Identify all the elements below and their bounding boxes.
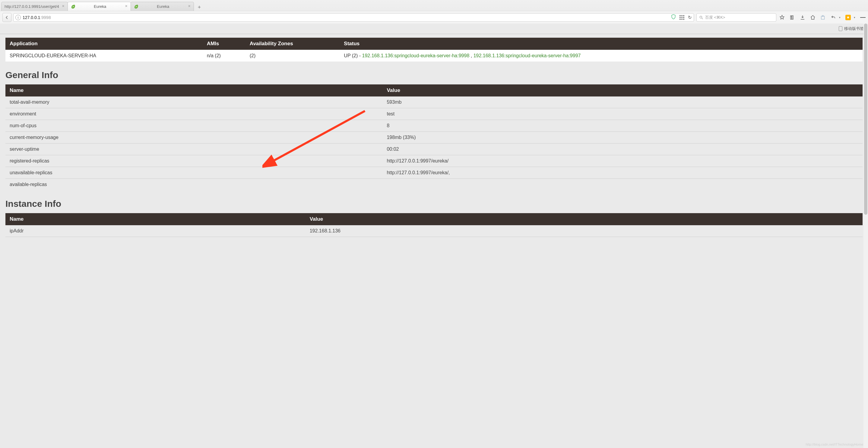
download-icon[interactable] <box>800 15 805 20</box>
spring-leaf-icon <box>71 4 76 9</box>
table-row: current-memory-usage198mb (33%) <box>5 132 863 143</box>
col-application: Application <box>5 38 203 50</box>
qr-icon[interactable] <box>680 15 684 20</box>
browser-tab-0[interactable]: http://127.0.0.1:9991/user/get/4 × <box>1 2 68 11</box>
cell-name: unavailable-replicas <box>5 167 382 179</box>
table-row: environmenttest <box>5 108 863 120</box>
tab-strip: http://127.0.0.1:9991/user/get/4 × Eurek… <box>0 0 868 11</box>
close-icon[interactable]: × <box>124 4 129 9</box>
toolbar-icons: ▾ ▾ <box>779 15 866 20</box>
status-sep: , <box>469 53 473 58</box>
col-name: Name <box>5 213 306 225</box>
col-amis: AMIs <box>203 38 246 50</box>
cell-zones: (2) <box>246 50 340 62</box>
cell-value: 8 <box>382 120 863 132</box>
url-host: 127.0.0.1 <box>23 15 40 20</box>
browser-tab-1[interactable]: Eureka × <box>67 2 131 11</box>
shield-icon[interactable] <box>671 14 676 21</box>
chevron-down-icon[interactable]: ▾ <box>839 16 841 19</box>
search-box[interactable]: 百度 <⌘K> <box>696 13 776 22</box>
site-info-icon[interactable]: i <box>16 15 21 20</box>
home-icon[interactable] <box>810 15 815 20</box>
cell-value: http://127.0.0.1:9997/eureka/ <box>382 155 863 167</box>
cell-name: current-memory-usage <box>5 132 382 143</box>
cell-value: 00:02 <box>382 143 863 155</box>
page-content: Application AMIs Availability Zones Stat… <box>0 34 868 246</box>
table-row: num-of-cpus8 <box>5 120 863 132</box>
hamburger-menu-icon[interactable] <box>860 15 866 20</box>
general-info-table: Name Value total-avail-memory593mbenviro… <box>5 85 863 190</box>
mobile-bookmarks-link[interactable]: 移动版书签 <box>844 26 864 31</box>
close-icon[interactable]: × <box>187 4 192 9</box>
instance-link-1[interactable]: 192.168.1.136:springcloud-eureka-server-… <box>473 53 581 58</box>
reload-icon[interactable]: ↻ <box>688 15 692 20</box>
mobile-icon <box>839 26 842 31</box>
cell-name: total-avail-memory <box>5 96 382 108</box>
cell-name: available-replicas <box>5 179 382 191</box>
svg-rect-3 <box>792 16 793 19</box>
table-row: available-replicas <box>5 179 863 191</box>
tab-title: http://127.0.0.1:9991/user/get/4 <box>4 4 59 9</box>
library-icon[interactable] <box>789 15 795 20</box>
applications-table: Application AMIs Availability Zones Stat… <box>5 38 863 62</box>
back-button[interactable] <box>2 13 11 22</box>
arrow-left-icon <box>5 15 9 20</box>
instance-info-table: Name Value ipAddr192.168.1.136 <box>5 213 863 237</box>
new-tab-button[interactable]: + <box>195 4 204 11</box>
cell-amis: n/a (2) <box>203 50 246 62</box>
col-value: Value <box>382 85 863 96</box>
undo-icon[interactable] <box>831 15 836 20</box>
search-icon <box>699 15 703 20</box>
col-status: Status <box>340 38 863 50</box>
cell-name: environment <box>5 108 382 120</box>
col-zones: Availability Zones <box>246 38 340 50</box>
instance-link-0[interactable]: 192.168.1.136:springcloud-eureka-server-… <box>362 53 470 58</box>
cell-value <box>382 179 863 191</box>
cell-name: num-of-cpus <box>5 120 382 132</box>
table-row: total-avail-memory593mb <box>5 96 863 108</box>
table-row: registered-replicashttp://127.0.0.1:9997… <box>5 155 863 167</box>
address-bar[interactable]: i 127.0.0.1:9998 ↻ <box>13 13 694 22</box>
tab-title: Eureka <box>141 4 185 9</box>
cell-name: ipAddr <box>5 225 306 237</box>
scrollbar-thumb[interactable] <box>864 24 867 215</box>
table-row: ipAddr192.168.1.136 <box>5 225 863 237</box>
tab-title: Eureka <box>78 4 122 9</box>
col-value: Value <box>306 213 863 225</box>
bookmark-bar: 移动版书签 <box>0 24 868 34</box>
url-port: :9998 <box>40 15 51 20</box>
table-row: server-uptime00:02 <box>5 143 863 155</box>
cell-value: 198mb (33%) <box>382 132 863 143</box>
instance-info-title: Instance Info <box>5 199 863 209</box>
cell-status: UP (2) - 192.168.1.136:springcloud-eurek… <box>340 50 863 62</box>
chevron-down-icon[interactable]: ▾ <box>854 16 855 19</box>
close-icon[interactable]: × <box>61 4 66 9</box>
cell-application: SPRINGCLOUD-EUREKA-SERVER-HA <box>5 50 203 62</box>
status-prefix: UP (2) - <box>344 53 362 58</box>
nav-bar: i 127.0.0.1:9998 ↻ 百度 <⌘K> ▾ ▾ <box>0 11 868 24</box>
search-placeholder: 百度 <⌘K> <box>705 15 725 20</box>
vertical-scrollbar[interactable] <box>864 24 868 246</box>
puzzle-icon[interactable] <box>820 15 826 20</box>
cell-value: 593mb <box>382 96 863 108</box>
cell-value: http://127.0.0.1:9997/eureka/, <box>382 167 863 179</box>
extension-star-icon[interactable] <box>845 15 851 20</box>
browser-chrome: http://127.0.0.1:9991/user/get/4 × Eurek… <box>0 0 868 34</box>
cell-name: registered-replicas <box>5 155 382 167</box>
svg-point-0 <box>700 16 702 18</box>
bookmark-star-icon[interactable] <box>779 15 785 20</box>
spring-leaf-icon <box>134 4 139 9</box>
table-row: unavailable-replicashttp://127.0.0.1:999… <box>5 167 863 179</box>
svg-line-1 <box>702 18 703 19</box>
browser-tab-2[interactable]: Eureka × <box>131 2 194 11</box>
col-name: Name <box>5 85 382 96</box>
table-row: SPRINGCLOUD-EUREKA-SERVER-HA n/a (2) (2)… <box>5 50 863 62</box>
cell-value: 192.168.1.136 <box>306 225 863 237</box>
general-info-title: General Info <box>5 70 863 80</box>
svg-rect-2 <box>790 16 792 19</box>
cell-value: test <box>382 108 863 120</box>
cell-name: server-uptime <box>5 143 382 155</box>
svg-point-7 <box>822 15 824 16</box>
